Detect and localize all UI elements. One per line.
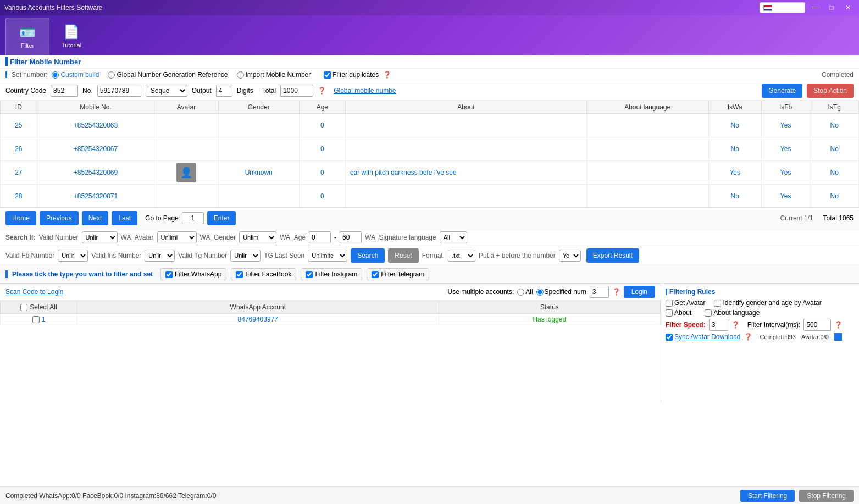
filter-speed-help-icon[interactable]: ❓	[731, 321, 740, 329]
minimize-button[interactable]: —	[808, 3, 822, 13]
global-number-radio[interactable]	[108, 71, 115, 79]
tab-tutorial[interactable]: 📄 Tutorial	[49, 18, 93, 55]
valid-number-select[interactable]: Unlir	[82, 231, 118, 243]
filter-duplicates-checkbox[interactable]	[324, 71, 331, 79]
valid-tg-select[interactable]: Unlir	[230, 250, 261, 262]
sync-help-icon[interactable]: ❓	[744, 333, 752, 341]
cell-avatar: 👤	[154, 161, 218, 185]
country-code-input[interactable]	[51, 85, 78, 97]
global-number-radio-label[interactable]: Global Number Generation Reference	[108, 71, 228, 79]
next-button[interactable]: Next	[82, 211, 109, 225]
identify-gender-label[interactable]: Identify gender and age by Avatar	[714, 299, 821, 307]
table-row[interactable]: 25 +85254320063 0 No Yes No	[1, 114, 859, 137]
tab-filter[interactable]: 🪪 Filter	[5, 18, 49, 55]
custom-build-radio-label[interactable]: Custom build	[52, 71, 99, 79]
about-label[interactable]: About	[666, 309, 691, 317]
specified-radio[interactable]	[536, 289, 544, 296]
page-number-input[interactable]	[182, 212, 204, 224]
account-row[interactable]: 1 84769403977 Has logged	[1, 314, 661, 325]
pagination-row: Home Previous Next Last Go to Page Enter…	[0, 208, 859, 229]
custom-build-radio[interactable]	[52, 71, 59, 79]
cell-avatar	[154, 185, 218, 208]
last-button[interactable]: Last	[112, 211, 137, 225]
table-row[interactable]: 28 +85254320071 0 No Yes No	[1, 185, 859, 208]
stop-filtering-button[interactable]: Stop Filtering	[799, 490, 854, 502]
stop-action-button[interactable]: Stop Action	[807, 84, 854, 98]
filter-instagram-checkbox[interactable]	[306, 271, 313, 278]
specified-num-input[interactable]	[590, 286, 609, 298]
export-result-button[interactable]: Export Result	[586, 248, 639, 263]
valid-ins-select[interactable]: Unlir	[145, 250, 175, 262]
filter-whatsapp-checkbox[interactable]	[165, 271, 173, 278]
filter-duplicates-help-icon[interactable]: ❓	[383, 71, 391, 79]
all-radio[interactable]	[517, 289, 524, 296]
total-input[interactable]	[280, 85, 313, 97]
main-content: Filter Mobile Number Set number: Custom …	[0, 55, 859, 486]
previous-button[interactable]: Previous	[40, 211, 79, 225]
filter-telegram-label: Filter Telegram	[381, 270, 424, 278]
scan-code-link[interactable]: Scan Code to Login	[5, 288, 63, 296]
generate-button[interactable]: Generate	[762, 84, 802, 98]
blue-square-icon[interactable]	[834, 333, 842, 341]
filter-facebook-checkbox-btn[interactable]: Filter FaceBook	[231, 268, 296, 280]
total-help-icon[interactable]: ❓	[318, 87, 326, 95]
all-radio-label[interactable]: All	[517, 288, 533, 296]
valid-fb-select[interactable]: Unlir	[58, 250, 88, 262]
wa-sig-lang-select[interactable]: All	[440, 231, 467, 243]
country-code-label: Country Code	[5, 87, 46, 95]
import-mobile-radio[interactable]	[237, 71, 244, 79]
filter-facebook-checkbox[interactable]	[236, 271, 243, 278]
close-button[interactable]: ✕	[841, 3, 855, 13]
specified-help-icon[interactable]: ❓	[612, 288, 620, 296]
completed-label: Completed	[822, 71, 854, 79]
table-row[interactable]: 27 +85254320069 👤 Unknown 0 ear with pit…	[1, 161, 859, 185]
about-checkbox[interactable]	[666, 309, 673, 317]
account-checkbox[interactable]	[32, 316, 40, 323]
specified-radio-label[interactable]: Specified num	[536, 288, 586, 296]
search-button[interactable]: Search	[351, 248, 385, 263]
no-input[interactable]	[97, 85, 141, 97]
cell-age: 0	[299, 114, 345, 137]
filter-interval-help-icon[interactable]: ❓	[834, 321, 843, 329]
wa-avatar-select[interactable]: Unlimi	[157, 231, 197, 243]
format-select[interactable]: .txt	[448, 250, 475, 262]
select-all-checkbox[interactable]	[20, 304, 27, 311]
cell-isfb: Yes	[761, 137, 810, 161]
identify-gender-checkbox[interactable]	[714, 300, 721, 307]
wa-age-max-input[interactable]	[340, 231, 362, 243]
put-plus-select[interactable]: Ye	[559, 250, 581, 262]
login-button[interactable]: Login	[624, 286, 655, 298]
start-filtering-button[interactable]: Start Filtering	[740, 490, 795, 502]
import-mobile-radio-label[interactable]: Import Mobile Number	[237, 71, 311, 79]
about-lang-checkbox[interactable]	[705, 309, 712, 317]
tg-last-seen-select[interactable]: Unlimite	[308, 250, 347, 262]
table-row[interactable]: 26 +85254320067 0 No Yes No	[1, 137, 859, 161]
wa-gender-select[interactable]: Unlim	[239, 231, 276, 243]
get-avatar-label[interactable]: Get Avatar	[666, 299, 705, 307]
enter-button[interactable]: Enter	[207, 211, 236, 225]
home-button[interactable]: Home	[5, 211, 36, 225]
language-selector[interactable]: English ▾	[760, 2, 805, 13]
col-mobile: Mobile No.	[37, 101, 154, 114]
filter-telegram-checkbox[interactable]	[372, 271, 379, 278]
get-avatar-checkbox[interactable]	[666, 300, 673, 307]
reset-button[interactable]: Reset	[388, 248, 418, 263]
bottom-section: Scan Code to Login Use multiple accounts…	[0, 284, 859, 402]
cell-isfb: Yes	[761, 161, 810, 185]
filter-duplicates-checkbox-label[interactable]: Filter duplicates	[324, 71, 379, 79]
sequence-select[interactable]: Seque Random	[146, 85, 187, 97]
filter-interval-input[interactable]	[803, 319, 831, 331]
maximize-button[interactable]: □	[825, 3, 838, 13]
output-input[interactable]	[216, 85, 232, 97]
completed-status-text: Completed93	[760, 334, 796, 340]
filter-instagram-checkbox-btn[interactable]: Filter Instgram	[301, 268, 362, 280]
accounts-panel: Scan Code to Login Use multiple accounts…	[0, 284, 661, 402]
about-lang-label[interactable]: About language	[705, 309, 760, 317]
sync-avatar-label[interactable]: Sync Avatar Download	[666, 333, 741, 341]
filter-telegram-checkbox-btn[interactable]: Filter Telegram	[367, 268, 429, 280]
sync-avatar-checkbox[interactable]	[666, 334, 673, 341]
global-mobile-link[interactable]: Global mobile numbe	[334, 87, 396, 95]
filter-whatsapp-checkbox-btn[interactable]: Filter WhatsApp	[160, 268, 226, 280]
filter-speed-input[interactable]	[709, 319, 728, 331]
wa-age-min-input[interactable]	[309, 231, 331, 243]
